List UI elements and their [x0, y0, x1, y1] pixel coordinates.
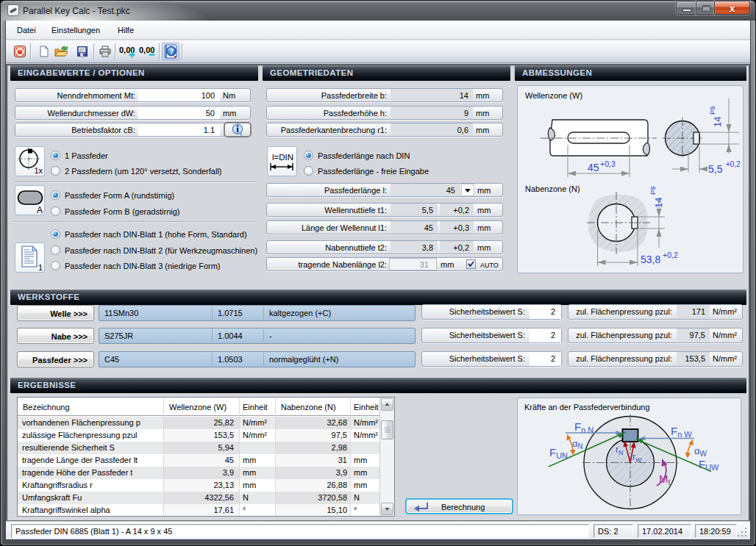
svg-text:5,5: 5,5: [708, 163, 723, 175]
svg-text:FUN: FUN: [549, 446, 568, 460]
svg-text:P9: P9: [708, 106, 716, 115]
svg-text:αW: αW: [694, 445, 707, 458]
svg-text:14: 14: [653, 198, 664, 208]
svg-text:P9: P9: [649, 186, 657, 195]
svg-text:45: 45: [588, 162, 599, 173]
svg-text:l=DIN: l=DIN: [272, 153, 293, 162]
svg-text:+0,2: +0,2: [663, 251, 678, 259]
svg-text:FUW: FUW: [699, 458, 719, 472]
svg-text:+0,2: +0,2: [726, 160, 741, 168]
svg-text:14: 14: [712, 117, 723, 127]
svg-text:αN: αN: [572, 438, 583, 450]
svg-text:Fn W: Fn W: [671, 425, 692, 439]
svg-text:Fn N: Fn N: [574, 420, 593, 434]
svg-text:1x: 1x: [34, 166, 43, 175]
svg-text:1: 1: [38, 263, 43, 272]
svg-text:+0,3: +0,3: [600, 159, 616, 168]
svg-text:A: A: [37, 205, 43, 215]
svg-text:53,8: 53,8: [641, 254, 660, 265]
